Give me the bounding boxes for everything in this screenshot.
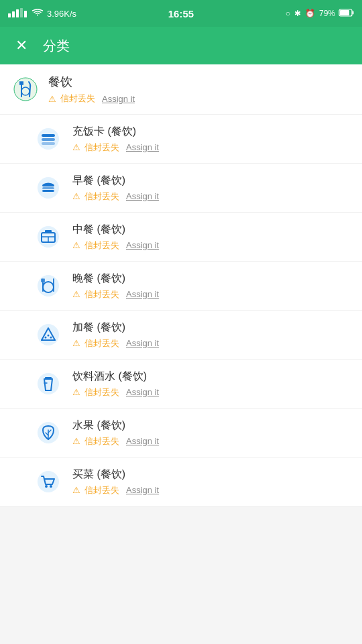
child-warning-row: ⚠ 信封丢失 Assign it — [72, 484, 351, 496]
close-button[interactable]: ✕ — [11, 35, 32, 56]
assign-link[interactable]: Assign it — [126, 142, 159, 152]
svg-point-47 — [38, 471, 59, 492]
svg-point-27 — [38, 275, 59, 297]
child-warning-text: 信封丢失 — [84, 191, 119, 203]
svg-point-36 — [45, 337, 47, 339]
child-row: 中餐 (餐饮) ⚠ 信封丢失 Assign it — [0, 213, 362, 262]
child-warning-row: ⚠ 信封丢失 Assign it — [72, 142, 351, 154]
child-warning-text: 信封丢失 — [84, 435, 119, 447]
svg-point-48 — [45, 485, 48, 488]
child-warning-text: 信封丢失 — [84, 142, 119, 154]
warning-icon: ⚠ — [72, 142, 80, 152]
svg-point-35 — [48, 335, 50, 337]
svg-rect-3 — [20, 8, 23, 17]
child-info: 充饭卡 (餐饮) ⚠ 信封丢失 Assign it — [72, 125, 351, 154]
svg-point-8 — [14, 78, 37, 101]
child-name: 早餐 (餐饮) — [72, 174, 351, 188]
child-name: 中餐 (餐饮) — [72, 223, 351, 237]
sync-icon: ○ — [286, 9, 290, 18]
assign-link[interactable]: Assign it — [126, 240, 159, 250]
svg-rect-19 — [42, 184, 54, 186]
assign-link[interactable]: Assign it — [126, 191, 159, 201]
child-warning-text: 信封丢失 — [84, 386, 119, 398]
alarm-icon: ⏰ — [305, 9, 315, 18]
svg-rect-20 — [42, 187, 54, 189]
child-name: 加餐 (餐饮) — [72, 321, 351, 335]
child-info: 买菜 (餐饮) ⚠ 信封丢失 Assign it — [72, 468, 351, 496]
child-warning-text: 信封丢失 — [84, 288, 119, 301]
snack-icon — [34, 320, 63, 350]
parent-warning-row: ⚠ 信封丢失 Assign it — [48, 93, 351, 105]
child-row: 加餐 (餐饮) ⚠ 信封丢失 Assign it — [0, 311, 362, 360]
parent-category-icon — [11, 74, 40, 104]
child-warning-row: ⚠ 信封丢失 Assign it — [72, 435, 351, 447]
child-warning-row: ⚠ 信封丢失 Assign it — [72, 337, 351, 350]
svg-rect-0 — [8, 13, 11, 17]
breakfast-icon — [34, 173, 63, 203]
assign-link[interactable]: Assign it — [126, 289, 159, 299]
svg-rect-21 — [42, 190, 54, 192]
child-row: 饮料酒水 (餐饮) ⚠ 信封丢失 Assign it — [0, 360, 362, 409]
child-warning-row: ⚠ 信封丢失 Assign it — [72, 288, 351, 301]
assign-link[interactable]: Assign it — [126, 387, 159, 397]
child-row: 充饭卡 (餐饮) ⚠ 信封丢失 Assign it — [0, 115, 362, 164]
assign-link[interactable]: Assign it — [126, 485, 159, 495]
child-warning-row: ⚠ 信封丢失 Assign it — [72, 386, 351, 398]
child-warning-text: 信封丢失 — [84, 239, 119, 252]
child-row: 早餐 (餐饮) ⚠ 信封丢失 Assign it — [0, 164, 362, 213]
status-bar: 3.96K/s 16:55 ○ ✱ ⏰ 79% — [0, 0, 362, 27]
parent-category-name: 餐饮 — [48, 74, 351, 90]
child-name: 晚餐 (餐饮) — [72, 272, 351, 286]
status-left: 3.96K/s — [8, 8, 76, 19]
child-row: 买菜 (餐饮) ⚠ 信封丢失 Assign it — [0, 458, 362, 506]
svg-rect-4 — [24, 11, 27, 17]
svg-rect-17 — [42, 142, 55, 145]
warning-icon: ⚠ — [72, 387, 80, 397]
child-info: 早餐 (餐饮) ⚠ 信封丢失 Assign it — [72, 174, 351, 203]
parent-assign-link[interactable]: Assign it — [102, 94, 135, 104]
page-header: ✕ 分类 — [0, 27, 362, 64]
child-name: 充饭卡 (餐饮) — [72, 125, 351, 139]
child-info: 晚餐 (餐饮) ⚠ 信封丢失 Assign it — [72, 272, 351, 301]
child-name: 水果 (餐饮) — [72, 419, 351, 433]
parent-category-info: 餐饮 ⚠ 信封丢失 Assign it — [48, 74, 351, 105]
warning-icon: ⚠ — [72, 289, 80, 299]
network-speed: 3.96K/s — [47, 9, 76, 19]
status-right: ○ ✱ ⏰ 79% — [286, 9, 354, 19]
page-title: 分类 — [43, 37, 70, 55]
child-warning-text: 信封丢失 — [84, 337, 119, 350]
svg-rect-15 — [42, 134, 55, 137]
child-info: 中餐 (餐饮) ⚠ 信封丢失 Assign it — [72, 223, 351, 252]
svg-rect-26 — [45, 230, 52, 233]
child-warning-row: ⚠ 信封丢失 Assign it — [72, 191, 351, 203]
svg-point-39 — [38, 373, 59, 394]
child-info: 水果 (餐饮) ⚠ 信封丢失 Assign it — [72, 419, 351, 447]
svg-rect-7 — [340, 10, 349, 15]
child-name: 买菜 (餐饮) — [72, 468, 351, 482]
dinner-icon — [34, 271, 63, 301]
drinks-icon — [34, 369, 63, 398]
svg-point-49 — [50, 485, 52, 488]
assign-link[interactable]: Assign it — [126, 338, 159, 348]
child-info: 饮料酒水 (餐饮) ⚠ 信封丢失 Assign it — [72, 370, 351, 398]
warning-icon: ⚠ — [72, 436, 80, 446]
child-row: 晚餐 (餐饮) ⚠ 信封丢失 Assign it — [0, 262, 362, 311]
child-row: 水果 (餐饮) ⚠ 信封丢失 Assign it — [0, 409, 362, 458]
fruit-icon — [34, 418, 63, 447]
warning-icon: ⚠ — [48, 94, 56, 104]
bluetooth-icon: ✱ — [294, 9, 301, 18]
parent-warning-text: 信封丢失 — [60, 93, 95, 105]
category-list: 餐饮 ⚠ 信封丢失 Assign it 充饭卡 (餐饮) ⚠ 信封丢失 — [0, 64, 362, 506]
battery-text: 79% — [319, 9, 335, 18]
child-warning-row: ⚠ 信封丢失 Assign it — [72, 239, 351, 252]
child-warning-text: 信封丢失 — [84, 484, 119, 496]
child-name: 饮料酒水 (餐饮) — [72, 370, 351, 384]
child-info: 加餐 (餐饮) ⚠ 信封丢失 Assign it — [72, 321, 351, 350]
svg-point-37 — [50, 337, 52, 339]
signal-bars — [8, 8, 28, 19]
warning-icon: ⚠ — [72, 191, 80, 201]
warning-icon: ⚠ — [72, 338, 80, 348]
lunch-icon — [34, 222, 63, 252]
warning-icon: ⚠ — [72, 240, 80, 250]
assign-link[interactable]: Assign it — [126, 436, 159, 446]
